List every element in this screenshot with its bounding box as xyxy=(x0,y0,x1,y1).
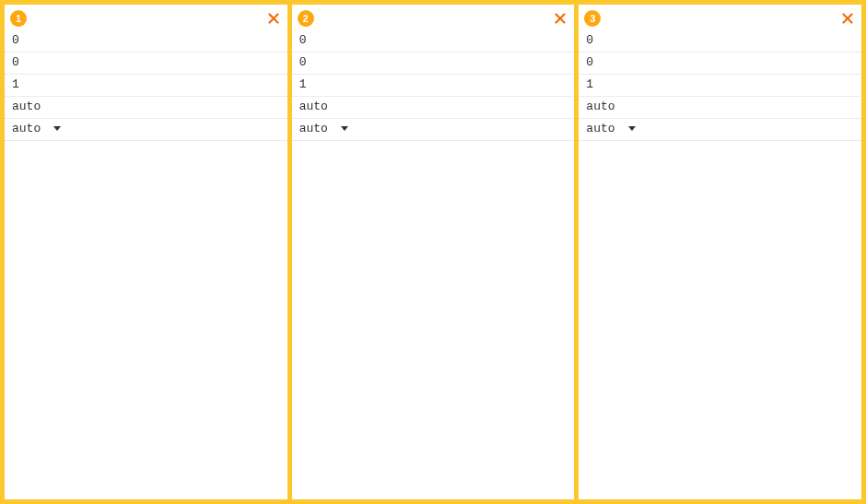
value-row[interactable]: auto xyxy=(579,97,861,119)
panel-badge: 3 xyxy=(584,10,601,27)
value-text: 0 xyxy=(12,32,19,49)
panel-header: 3 xyxy=(579,5,861,30)
value-text: auto xyxy=(586,99,614,115)
panel-badge: 2 xyxy=(298,10,314,27)
value-text: 0 xyxy=(12,54,19,71)
chevron-down-icon xyxy=(53,126,61,132)
close-icon[interactable] xyxy=(552,10,568,27)
value-row[interactable]: 0 xyxy=(579,30,861,53)
value-row[interactable]: 1 xyxy=(292,75,575,97)
select-value: auto xyxy=(586,121,614,137)
value-text: 0 xyxy=(586,54,593,71)
select-row[interactable]: auto xyxy=(292,119,575,141)
panel-1: 1 0 0 1 auto auto xyxy=(5,5,287,499)
select-row[interactable]: auto xyxy=(5,119,287,141)
panel-2: 2 0 0 1 auto auto xyxy=(292,5,575,499)
value-row[interactable]: 1 xyxy=(579,75,861,97)
value-row[interactable]: 0 xyxy=(579,53,861,75)
value-row[interactable]: auto xyxy=(5,97,287,119)
value-text: 0 xyxy=(299,32,307,49)
value-row[interactable]: auto xyxy=(292,97,575,119)
value-text: 1 xyxy=(12,76,19,93)
chevron-down-icon xyxy=(341,126,348,132)
value-text: 0 xyxy=(299,54,307,71)
value-text: 1 xyxy=(299,76,307,93)
close-icon[interactable] xyxy=(265,10,282,27)
value-row[interactable]: 1 xyxy=(5,75,287,97)
value-row[interactable]: 0 xyxy=(5,30,287,53)
panel-header: 1 xyxy=(5,5,287,30)
value-text: auto xyxy=(299,99,328,115)
panel-rows: 0 0 1 auto auto xyxy=(579,30,861,141)
close-icon[interactable] xyxy=(839,10,856,27)
panel-badge: 1 xyxy=(10,10,27,27)
value-row[interactable]: 0 xyxy=(292,30,575,53)
chevron-down-icon xyxy=(628,126,636,132)
select-value: auto xyxy=(12,121,41,137)
panel-header: 2 xyxy=(292,5,575,30)
panel-rows: 0 0 1 auto auto xyxy=(292,30,575,141)
value-text: 0 xyxy=(586,32,593,49)
panel-rows: 0 0 1 auto auto xyxy=(5,30,287,141)
value-row[interactable]: 0 xyxy=(292,53,575,75)
select-row[interactable]: auto xyxy=(579,119,861,141)
value-row[interactable]: 0 xyxy=(5,53,287,75)
select-value: auto xyxy=(299,121,328,137)
panel-3: 3 0 0 1 auto auto xyxy=(579,5,861,499)
value-text: 1 xyxy=(586,76,593,93)
value-text: auto xyxy=(12,99,41,115)
